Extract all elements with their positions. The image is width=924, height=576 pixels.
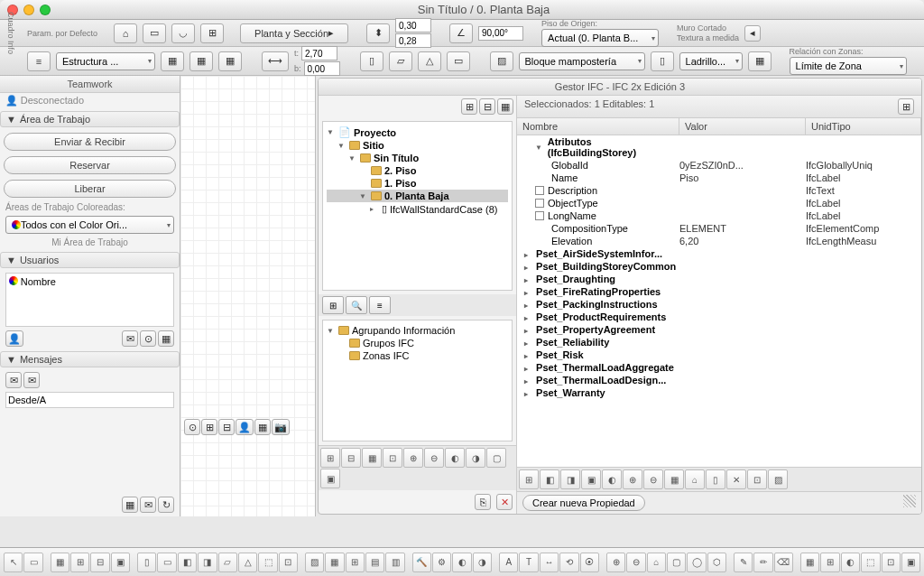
brick-btn-2[interactable]: ▦ bbox=[189, 51, 213, 71]
tool-btn-4[interactable]: ⊞ bbox=[200, 23, 224, 43]
brick-btn-3[interactable]: ▦ bbox=[218, 51, 242, 71]
tab-2[interactable]: 🔍 bbox=[346, 296, 367, 314]
connection-status: 👤 Desconectado bbox=[0, 93, 180, 108]
nav-tool-5[interactable]: ▦ bbox=[254, 419, 271, 435]
nav-tool-1[interactable]: ⊙ bbox=[184, 419, 200, 435]
wall-type-2[interactable]: ▱ bbox=[389, 51, 412, 71]
titlebar: Sin Título / 0. Planta Baja bbox=[0, 0, 924, 20]
wall-cut-label: Muro Cortado bbox=[677, 23, 739, 33]
layer-icon[interactable]: ≡ bbox=[27, 51, 51, 71]
group-tree[interactable]: ▼ Agrupando Información Grupos IFC Zonas… bbox=[322, 320, 513, 441]
resize-grip[interactable] bbox=[903, 495, 916, 507]
nav-tool-4[interactable]: 👤 bbox=[236, 419, 254, 435]
marquee-tool[interactable]: ▭ bbox=[23, 553, 42, 572]
toolbar-second: ≡ Estructura ... ▦ ▦ ▦ ⟷ t:2,70 b:0,00 ▯… bbox=[0, 47, 924, 76]
checkbox-icon[interactable] bbox=[535, 199, 544, 208]
hatch-icon[interactable]: ▨ bbox=[490, 51, 513, 71]
color-wheel-icon bbox=[9, 276, 18, 285]
workarea-header[interactable]: ▼ Área de Trabajo bbox=[0, 111, 180, 127]
expand-icon[interactable]: ◂ bbox=[744, 25, 761, 42]
user-tool-2[interactable]: ✉ bbox=[122, 330, 138, 347]
info-panel-tab[interactable]: Cuadro Info bbox=[5, 11, 22, 55]
tool-btn-3[interactable]: ◡ bbox=[171, 23, 195, 43]
prop-menu-icon[interactable]: ⊞ bbox=[898, 98, 914, 115]
dim-field-2[interactable]: 0,28 bbox=[395, 33, 431, 48]
tree-item-selected[interactable]: ▼ 0. Planta Baja bbox=[327, 190, 508, 202]
tw-foot-1[interactable]: ▦ bbox=[122, 497, 138, 513]
new-property-button[interactable]: Crear nueva Propiedad bbox=[522, 495, 645, 511]
structure-select[interactable]: Estructura ... bbox=[56, 52, 155, 70]
color-select[interactable]: Todos con el Color Ori... bbox=[5, 216, 174, 234]
send-receive-button[interactable]: Enviar & Recibir bbox=[4, 133, 176, 151]
user-tool-3[interactable]: ⊙ bbox=[140, 330, 156, 347]
nav-tool-2[interactable]: ⊞ bbox=[201, 419, 217, 435]
dim-field-1[interactable]: 0,30 bbox=[395, 18, 431, 33]
checkbox-icon[interactable] bbox=[535, 211, 544, 220]
tw-foot-3[interactable]: ↻ bbox=[158, 497, 174, 513]
floor-origin-select[interactable]: Actual (0. Planta B... bbox=[541, 29, 659, 47]
param-label: Param. por Defecto bbox=[27, 29, 97, 38]
wall-type-3[interactable]: △ bbox=[418, 51, 441, 71]
material-icon[interactable]: ▯ bbox=[651, 51, 674, 71]
pattern-icon[interactable]: ▦ bbox=[748, 51, 772, 71]
colored-areas-label: Áreas de Trabajo Coloreadas: bbox=[0, 200, 180, 214]
b-field[interactable]: 0,00 bbox=[304, 61, 340, 76]
brick-select[interactable]: Ladrillo... bbox=[679, 52, 743, 70]
close-icon[interactable]: ✕ bbox=[496, 494, 513, 510]
arrow-tool[interactable]: ↖ bbox=[4, 553, 23, 572]
tab-1[interactable]: ⊞ bbox=[322, 296, 344, 314]
ifc-footer: Crear nueva Propiedad bbox=[517, 491, 921, 514]
ifc-tree-panel: ⊞ ⊟ ▦ ▼📄 Proyecto ▼ Sitio ▼ Sin Título 2… bbox=[319, 96, 517, 514]
drawing-canvas[interactable]: ⊙ ⊞ ⊟ 👤 ▦ 📷 bbox=[180, 76, 316, 516]
checkbox-icon[interactable] bbox=[535, 186, 544, 195]
tree-view-1[interactable]: ⊞ bbox=[461, 98, 477, 115]
angle-field[interactable]: 90,00° bbox=[478, 26, 523, 41]
tool-btn-2[interactable]: ▭ bbox=[143, 23, 166, 43]
user-tool-1[interactable]: 👤 bbox=[5, 330, 23, 347]
angle-icon[interactable]: ∠ bbox=[449, 23, 473, 43]
block-select[interactable]: Bloque mampostería bbox=[519, 52, 645, 70]
tree-view-2[interactable]: ⊟ bbox=[479, 98, 495, 115]
floor-origin-label: Piso de Origen: bbox=[541, 19, 659, 28]
dim-icon[interactable]: ⟷ bbox=[262, 51, 289, 71]
msg-tool-1[interactable]: ✉ bbox=[5, 372, 22, 388]
msg-tool-2[interactable]: ✉ bbox=[23, 372, 40, 388]
height-icon[interactable]: ⬍ bbox=[366, 23, 390, 43]
tree-tabs: ⊞ 🔍 ≡ bbox=[319, 294, 516, 316]
properties-list[interactable]: ▼Atributos (IfcBuildingStorey) GlobalId0… bbox=[517, 135, 921, 467]
zone-rel-select[interactable]: Límite de Zona bbox=[790, 57, 907, 75]
ifc-properties: Seleccionados: 1 Editables: 1 ⊞ Nombre V… bbox=[517, 96, 921, 514]
user-tool-4[interactable]: ▦ bbox=[158, 330, 174, 347]
color-wheel-icon bbox=[12, 220, 21, 229]
messages-list: Desde/A bbox=[5, 392, 174, 408]
apply-icon[interactable]: ⎘ bbox=[475, 494, 491, 510]
zone-rel-label: Relación con Zonas: bbox=[790, 47, 907, 56]
nav-tool-6[interactable]: 📷 bbox=[272, 419, 290, 435]
maximize-icon[interactable] bbox=[40, 5, 51, 15]
texture-label: Textura a medida bbox=[677, 33, 739, 42]
messages-header[interactable]: ▼ Mensajes bbox=[0, 351, 180, 367]
release-button[interactable]: Liberar bbox=[4, 180, 176, 198]
ifc-title: Gestor IFC - IFC 2x Edición 3 bbox=[319, 79, 921, 96]
tree-view-3[interactable]: ▦ bbox=[497, 98, 513, 115]
users-header[interactable]: ▼ Usuarios bbox=[0, 252, 180, 268]
tool-btn-1[interactable]: ⌂ bbox=[114, 23, 137, 43]
t-field[interactable]: 2,70 bbox=[301, 46, 337, 60]
wall-type-1[interactable]: ▯ bbox=[360, 51, 383, 71]
user-icon: 👤 bbox=[5, 95, 18, 106]
reserve-button[interactable]: Reservar bbox=[4, 156, 176, 174]
nav-tool-3[interactable]: ⊟ bbox=[218, 419, 235, 435]
main-area: Teamwork 👤 Desconectado ▼ Área de Trabaj… bbox=[0, 76, 924, 516]
ls-tool[interactable]: ⊞ bbox=[320, 448, 340, 468]
project-tree[interactable]: ▼📄 Proyecto ▼ Sitio ▼ Sin Título 2. Piso… bbox=[322, 121, 513, 291]
wall-type-4[interactable]: ▭ bbox=[447, 51, 470, 71]
ifc-right-toolstrip: ⊞◧◨▣◐⊕⊖▦⌂▯✕⊡▨ bbox=[517, 467, 921, 491]
minimize-icon[interactable] bbox=[23, 5, 34, 15]
tab-3[interactable]: ≡ bbox=[369, 296, 391, 314]
section-button[interactable]: Planta y Sección ▸ bbox=[240, 23, 348, 43]
teamwork-title: Teamwork bbox=[0, 76, 180, 93]
ifc-manager: Gestor IFC - IFC 2x Edición 3 ⊞ ⊟ ▦ ▼📄 P… bbox=[318, 78, 922, 515]
brick-btn-1[interactable]: ▦ bbox=[161, 51, 184, 71]
tw-foot-2[interactable]: ✉ bbox=[140, 497, 156, 513]
teamwork-panel: Teamwork 👤 Desconectado ▼ Área de Trabaj… bbox=[0, 76, 180, 516]
